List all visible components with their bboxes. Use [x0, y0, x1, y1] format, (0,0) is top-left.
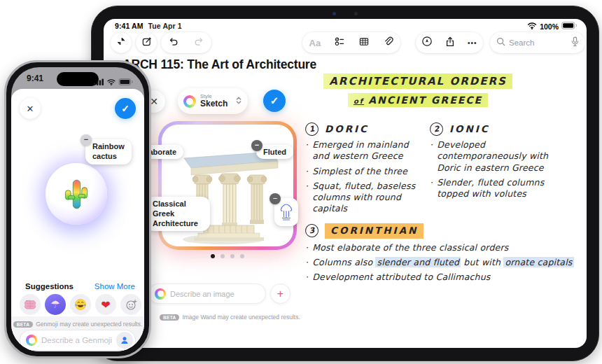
remove-chip-button[interactable]: − — [270, 193, 281, 204]
undo-redo-group — [161, 32, 211, 53]
notes-heading-line2: ofANCIENT GREECE — [309, 94, 526, 106]
show-more-link[interactable]: Show More — [94, 282, 135, 290]
add-genmoji-suggestion[interactable] — [120, 294, 141, 315]
laughing-crying-emoji-suggestion[interactable] — [70, 294, 91, 315]
note-bullet: ·Columns also slender and fluted but wit… — [305, 257, 580, 268]
person-icon — [120, 335, 130, 345]
remove-chip-button[interactable]: − — [80, 134, 92, 146]
style-value: Sketch — [200, 99, 231, 108]
apple-intelligence-icon — [155, 288, 166, 300]
beta-badge: BETA — [160, 314, 179, 321]
genmoji-close-button[interactable]: ✕ — [20, 98, 41, 119]
note-bullet: ·Squat, fluted, baseless columns with ro… — [305, 181, 423, 215]
brain-emoji-suggestion[interactable] — [20, 294, 41, 315]
plus-icon: + — [277, 288, 284, 300]
note-bullet: ·Developed contemporaneously with Doric … — [430, 139, 573, 174]
collapse-toolbar-button[interactable] — [111, 32, 132, 53]
close-icon: ✕ — [27, 104, 34, 114]
attachment-paperclip-button[interactable] — [383, 36, 393, 50]
describe-image-input[interactable] — [170, 290, 260, 298]
image-wand-beta-note: BETA Image Wand may create unexpected re… — [160, 314, 300, 321]
iphone-screen: 9:41 ✕ ✓ − Rainbow cactus — [11, 67, 144, 351]
more-options-button[interactable]: ••• — [468, 39, 477, 47]
undo-button[interactable] — [168, 36, 179, 50]
style-picker[interactable]: Style Sketch — [178, 88, 248, 114]
section-title: CORINTHIAN — [325, 223, 424, 239]
wifi-icon — [527, 22, 537, 31]
apple-intelligence-icon — [183, 95, 196, 108]
note-bullet: ·Simplest of the three — [305, 166, 423, 177]
rainbow-cactus-genmoji — [62, 176, 91, 211]
battery-percent: 100% — [540, 22, 559, 31]
wifi-icon — [106, 76, 116, 88]
markup-share-group: ••• — [416, 32, 483, 53]
iphone-device: 9:41 ✕ ✓ − Rainbow cactus — [4, 60, 151, 358]
capital-sketch-thumbnail — [279, 202, 294, 222]
chip-label: Classical Greek Architecture — [153, 200, 198, 227]
notes-section-corinthian: 3CORINTHIAN ·Most elaborate of the three… — [305, 223, 580, 286]
text-format-button[interactable]: Aa — [309, 38, 321, 48]
genmoji-accept-button[interactable]: ✓ — [115, 98, 136, 119]
checklist-button[interactable] — [334, 36, 345, 50]
dictation-mic-icon[interactable] — [571, 36, 579, 50]
beta-text: Image Wand may create unexpected results… — [182, 314, 300, 321]
redo-button[interactable] — [193, 36, 204, 50]
beta-badge: BETA — [13, 321, 33, 328]
ipad-status-right: 100% — [527, 22, 577, 31]
suggestion-chip-classical-greek[interactable]: Classical Greek Architecture — [146, 197, 210, 231]
note-bullet: ·Emerged in mainland and western Greece — [305, 139, 423, 162]
emoji-suggestions-row: ☂ ❤ — [20, 294, 141, 315]
section-title: DORIC — [325, 123, 369, 136]
prompt-chip-rainbow-cactus[interactable]: − Rainbow cactus — [85, 139, 132, 164]
genmoji-preview-bubble — [46, 163, 107, 225]
describe-genmoji-field[interactable] — [20, 330, 136, 351]
heart-emoji-suggestion[interactable]: ❤ — [95, 294, 116, 315]
share-button[interactable] — [444, 36, 456, 50]
note-bullet: ·Development attributed to Callimachus — [305, 272, 580, 283]
ipad-screen: 9:41 AMTue Apr 1 100% Aa ••• — [104, 19, 587, 348]
apple-intelligence-icon — [26, 335, 37, 346]
section-number: 2 — [429, 122, 444, 136]
sketch-reference-chip[interactable]: − — [274, 198, 298, 226]
genmoji-sheet: ✕ ✓ − Rainbow cactus — [11, 89, 144, 351]
chevron-up-down-icon — [235, 95, 242, 108]
table-button[interactable] — [358, 36, 370, 50]
describe-genmoji-input[interactable] — [41, 336, 112, 344]
describe-image-field[interactable] — [148, 284, 266, 304]
add-image-button[interactable]: + — [270, 284, 290, 304]
markup-pen-button[interactable] — [421, 36, 433, 50]
iphone-clock: 9:41 — [27, 74, 43, 83]
umbrella-icon: ☂ — [50, 298, 59, 311]
check-icon: ✓ — [270, 94, 279, 107]
search-icon — [496, 36, 505, 49]
person-picker-button[interactable] — [116, 332, 133, 349]
heart-icon: ❤ — [101, 298, 110, 312]
battery-icon — [561, 22, 577, 31]
remove-chip-button[interactable]: − — [251, 140, 262, 151]
umbrella-genmoji-suggestion[interactable]: ☂ — [45, 294, 66, 315]
compose-note-button[interactable] — [136, 32, 157, 53]
chip-label: cactus — [92, 152, 125, 162]
notes-heading-line1: ARCHITECTURAL ORDERS — [309, 75, 526, 88]
cellular-signal-icon — [94, 76, 104, 88]
accept-image-button[interactable]: ✓ — [263, 90, 286, 112]
beta-text: Genmoji may create unexpected results. — [36, 321, 142, 328]
format-tools-group: Aa — [302, 32, 400, 53]
note-title: ARCH 115: The Art of Architecture — [122, 57, 316, 72]
check-icon: ✓ — [121, 103, 130, 114]
ipad-device: 9:41 AMTue Apr 1 100% Aa ••• — [91, 6, 599, 361]
note-bullet: ·Most elaborate of the three classical o… — [305, 242, 580, 253]
search-field[interactable] — [490, 32, 585, 53]
image-variant-pagination[interactable] — [158, 254, 297, 258]
ipad-clock: 9:41 AM — [115, 22, 144, 30]
search-input[interactable] — [509, 38, 568, 47]
compose-icon — [141, 36, 152, 50]
dynamic-island — [57, 72, 99, 86]
iphone-status-icons — [94, 76, 133, 88]
suggestions-label: Suggestions — [25, 282, 74, 290]
genmoji-beta-note: BETA Genmoji may create unexpected resul… — [11, 321, 144, 328]
minus-icon: − — [84, 135, 88, 144]
ipad-status-left: 9:41 AMTue Apr 1 — [115, 22, 182, 30]
battery-icon — [118, 76, 133, 88]
suggestion-chip-fluted[interactable]: − Fluted — [256, 145, 293, 159]
